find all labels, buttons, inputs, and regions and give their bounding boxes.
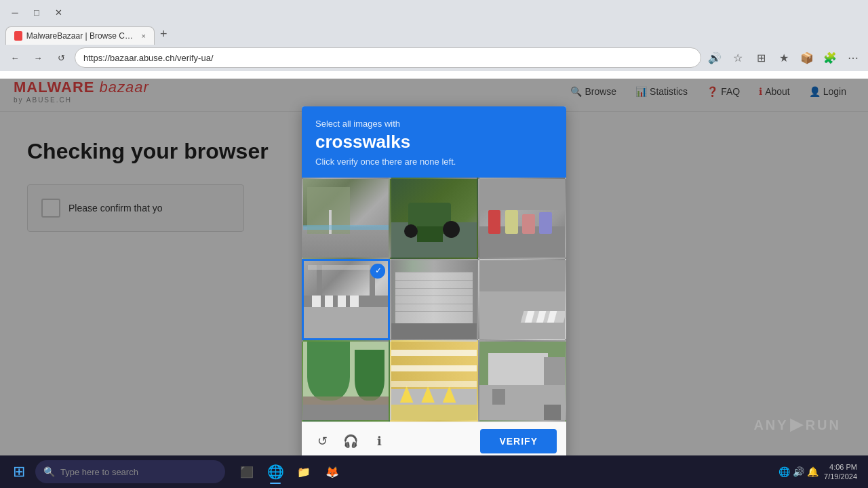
system-clock[interactable]: 4:06 PM 7/19/2024 (824, 462, 857, 482)
network-icon: 🌐 (778, 466, 790, 477)
favorites-button[interactable]: ★ (774, 48, 793, 67)
captcha-cell-3[interactable] (478, 178, 566, 259)
system-icons: 🌐 🔊 🔔 (778, 466, 818, 477)
verify-button[interactable]: VERIFY (480, 429, 557, 453)
captcha-main-text: crosswalks (315, 131, 553, 152)
clock-date: 7/19/2024 (824, 472, 857, 481)
captcha-image-grid: ✓ (302, 178, 566, 422)
browser-chrome: ─ □ ✕ MalwareBazaar | Browse Checkin... … (0, 0, 868, 71)
windows-logo-icon: ⊞ (13, 463, 25, 481)
captcha-info-button[interactable]: ℹ (368, 430, 390, 452)
notification-icon: 🔔 (807, 466, 818, 477)
captcha-hint-text: Click verify once there are none left. (315, 157, 553, 167)
refresh-button[interactable]: ↺ (52, 48, 71, 67)
taskbar-file-explorer[interactable]: 📁 (290, 458, 317, 485)
address-bar-row: ← → ↺ https://bazaar.abuse.ch/verify-ua/… (0, 44, 868, 71)
address-url: https://bazaar.abuse.ch/verify-ua/ (83, 53, 692, 63)
read-aloud-button[interactable]: 🔊 (705, 48, 724, 67)
captcha-cell-8[interactable] (390, 340, 478, 422)
file-explorer-icon: 📁 (297, 466, 311, 479)
split-button[interactable]: ⊞ (751, 48, 770, 67)
collections-button[interactable]: 📦 (797, 48, 816, 67)
clock-time: 4:06 PM (824, 462, 857, 472)
captcha-sub-text: Select all images with (315, 119, 553, 129)
captcha-cell-2[interactable] (390, 178, 478, 259)
extensions-button[interactable]: 🧩 (821, 48, 840, 67)
taskbar: ⊞ 🔍 Type here to search ⬛ 🌐 📁 🦊 🌐 🔊 🔔 4:… (0, 455, 868, 488)
taskbar-app-list: ⬛ 🌐 📁 🦊 (233, 458, 346, 485)
captcha-overlay: Select all images with crosswalks Click … (0, 79, 868, 488)
forward-button[interactable]: → (28, 48, 47, 67)
browser-title-bar: ─ □ ✕ (0, 0, 868, 24)
captcha-cell-1[interactable] (302, 178, 390, 259)
taskbar-search-box[interactable]: 🔍 Type here to search (35, 460, 225, 483)
speaker-icon: 🔊 (793, 466, 804, 477)
captcha-modal: Select all images with crosswalks Click … (302, 106, 566, 460)
close-button[interactable]: ✕ (49, 3, 68, 22)
captcha-header: Select all images with crosswalks Click … (302, 106, 566, 178)
firefox-icon: 🦊 (326, 466, 339, 479)
captcha-footer: ↺ 🎧 ℹ VERIFY (302, 422, 566, 460)
bookmark-button[interactable]: ☆ (728, 48, 747, 67)
maximize-button[interactable]: □ (27, 3, 46, 22)
tab-label: MalwareBazaar | Browse Checkin... (26, 31, 135, 41)
browser-menu-button[interactable]: ⋯ (844, 48, 863, 67)
taskbar-edge[interactable]: 🌐 (262, 458, 289, 485)
tab-bar: MalwareBazaar | Browse Checkin... × + (0, 24, 868, 44)
new-tab-button[interactable]: + (155, 24, 173, 44)
tab-close-button[interactable]: × (142, 32, 146, 40)
captcha-footer-icons: ↺ 🎧 ℹ (311, 430, 390, 452)
taskbar-task-view[interactable]: ⬛ (233, 458, 260, 485)
active-tab[interactable]: MalwareBazaar | Browse Checkin... × (5, 26, 155, 45)
captcha-cell-9[interactable] (478, 340, 566, 422)
task-view-icon: ⬛ (240, 466, 254, 479)
edge-icon: 🌐 (267, 464, 284, 480)
captcha-cell-5[interactable] (390, 259, 478, 340)
captcha-audio-button[interactable]: 🎧 (340, 430, 361, 452)
captcha-refresh-button[interactable]: ↺ (311, 430, 333, 452)
taskbar-search-icon: 🔍 (43, 466, 55, 477)
anyrun-watermark: ANY▶RUN (753, 415, 841, 434)
address-bar[interactable]: https://bazaar.abuse.ch/verify-ua/ (75, 47, 701, 68)
taskbar-search-text: Type here to search (60, 467, 138, 477)
minimize-button[interactable]: ─ (5, 3, 24, 22)
taskbar-system-tray: 🌐 🔊 🔔 4:06 PM 7/19/2024 (778, 462, 863, 482)
taskbar-firefox[interactable]: 🦊 (319, 458, 346, 485)
browser-controls: ─ □ ✕ (5, 3, 68, 22)
captcha-cell-6[interactable] (478, 259, 566, 340)
captcha-cell-4[interactable]: ✓ (302, 259, 390, 340)
captcha-cell-7[interactable] (302, 340, 390, 422)
tab-favicon (14, 31, 22, 41)
back-button[interactable]: ← (5, 48, 24, 67)
start-button[interactable]: ⊞ (5, 458, 33, 485)
